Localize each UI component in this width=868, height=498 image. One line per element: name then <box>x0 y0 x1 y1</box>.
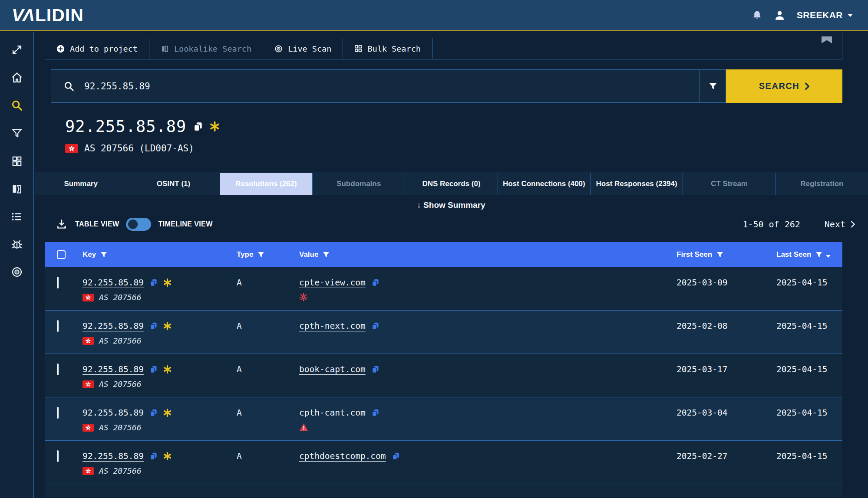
search-icon[interactable] <box>10 99 23 112</box>
sort-desc-icon[interactable] <box>826 255 831 258</box>
download-icon[interactable] <box>56 219 67 230</box>
search-filter-button[interactable] <box>700 69 726 103</box>
hk-flag-icon <box>83 294 94 301</box>
add-to-project-button[interactable]: Add to project <box>45 38 149 59</box>
table-row: 92.255.85.89 AS 207566 A book-capt.com 2… <box>45 354 842 397</box>
copy-icon[interactable] <box>371 365 380 374</box>
last-seen-filter-icon[interactable] <box>815 252 822 258</box>
tab-host-connections[interactable]: Host Connections (400) <box>498 173 591 195</box>
row-checkbox[interactable] <box>57 450 59 462</box>
key-link[interactable]: 92.255.85.89 <box>83 408 144 418</box>
results-list-icon[interactable] <box>10 210 23 223</box>
user-avatar-icon[interactable] <box>774 10 785 21</box>
col-key-label: Key <box>83 250 96 259</box>
tab-subdomains[interactable]: Subdomains <box>313 173 405 195</box>
row-asn: AS 207566 <box>99 466 142 475</box>
row-checkbox[interactable] <box>57 320 59 332</box>
scroll-to-top-icon[interactable] <box>821 36 832 44</box>
home-icon[interactable] <box>10 71 23 84</box>
copy-icon[interactable] <box>149 365 158 374</box>
key-link[interactable]: 92.255.85.89 <box>83 278 144 288</box>
tab-host-responses[interactable]: Host Responses (2394) <box>591 173 683 195</box>
view-controls-row: TABLE VIEW TIMELINE VIEW 1-50 of 262 Nex… <box>45 213 855 236</box>
copy-icon[interactable] <box>149 452 158 461</box>
copy-icon[interactable] <box>192 121 204 132</box>
filter-icon <box>708 82 718 91</box>
search-button-label: SEARCH <box>759 81 799 91</box>
row-asn: AS 207566 <box>99 293 142 302</box>
lookalike-search-button[interactable]: Lookalike Search <box>149 38 263 59</box>
next-page-button[interactable]: Next <box>825 219 855 229</box>
notifications-bell-icon[interactable] <box>752 10 762 21</box>
row-checkbox[interactable] <box>57 364 59 375</box>
record-type: A <box>231 311 292 354</box>
col-last-seen-label: Last Seen <box>776 250 811 259</box>
record-type: A <box>231 397 292 440</box>
first-seen-filter-icon[interactable] <box>716 252 723 258</box>
type-filter-icon[interactable] <box>257 252 264 258</box>
pagination: 1-50 of 262 Next <box>743 219 855 229</box>
table-view-label: TABLE VIEW <box>75 220 119 228</box>
timeline-view-label: TIMELINE VIEW <box>158 220 212 228</box>
tab-resolutions[interactable]: Resolutions (262) <box>220 173 313 195</box>
user-menu[interactable]: SREEKAR <box>797 10 853 20</box>
row-checkbox[interactable] <box>57 407 59 419</box>
chevron-right-icon <box>851 221 855 228</box>
live-scan-label: Live Scan <box>288 44 331 53</box>
lookalike-pages-icon[interactable] <box>10 182 23 195</box>
entity-heading: 92.255.85.89 <box>65 117 220 136</box>
tab-ct-stream[interactable]: CT Stream <box>683 173 776 195</box>
live-scan-target-icon[interactable] <box>10 265 23 278</box>
key-filter-icon[interactable] <box>100 252 107 258</box>
dashboard-grid-icon[interactable] <box>10 154 23 167</box>
value-filter-icon[interactable] <box>323 252 330 258</box>
validin-logo[interactable]: VΛLIDIN <box>12 5 84 26</box>
value-link[interactable]: cpthdoestcomp.com <box>299 451 386 461</box>
key-link[interactable]: 92.255.85.89 <box>83 321 144 331</box>
action-panel: Add to project Lookalike Search Live Sca… <box>45 32 842 59</box>
tab-summary[interactable]: Summary <box>35 173 127 195</box>
row-checkbox[interactable] <box>57 277 59 288</box>
tab-registration[interactable]: Registration <box>776 173 868 195</box>
col-type-label: Type <box>237 250 253 259</box>
copy-icon[interactable] <box>371 278 380 287</box>
value-link[interactable]: cpth-next.com <box>299 321 366 331</box>
value-link[interactable]: cpte-view.com <box>299 278 366 288</box>
tab-osint[interactable]: OSINT (1) <box>127 173 220 195</box>
pagination-range: 1-50 of 262 <box>743 219 800 229</box>
star-indicator-icon <box>163 452 172 460</box>
bug-report-icon[interactable] <box>10 238 23 251</box>
copy-icon[interactable] <box>371 408 380 417</box>
bulk-search-button[interactable]: Bulk Search <box>343 38 432 59</box>
live-scan-button[interactable]: Live Scan <box>263 38 343 59</box>
star-indicator-icon <box>163 365 172 374</box>
col-value-label: Value <box>299 250 318 259</box>
down-arrow-icon: ↓ <box>417 200 421 210</box>
expand-sidebar-icon[interactable] <box>10 43 23 56</box>
filter-icon[interactable] <box>10 127 23 140</box>
last-seen-date: 2025-04-15 <box>766 311 842 354</box>
search-button[interactable]: SEARCH <box>726 69 842 103</box>
copy-icon[interactable] <box>149 278 158 287</box>
search-input[interactable] <box>84 81 649 92</box>
copy-icon[interactable] <box>391 452 400 461</box>
value-link[interactable]: cpth-cant.com <box>299 408 366 418</box>
copy-icon[interactable] <box>149 408 158 417</box>
show-summary-toggle[interactable]: ↓ Show Summary <box>34 200 868 210</box>
lookalike-search-label: Lookalike Search <box>174 44 251 53</box>
view-toggle[interactable] <box>126 218 151 231</box>
toggle-knob <box>128 220 138 229</box>
action-bar: Add to project Lookalike Search Live Sca… <box>45 38 432 59</box>
value-link[interactable]: book-capt.com <box>299 364 366 374</box>
key-link[interactable]: 92.255.85.89 <box>83 451 144 461</box>
row-asn: AS 207566 <box>99 380 142 389</box>
logo-va: VΛ <box>12 5 34 26</box>
copy-icon[interactable] <box>149 321 158 331</box>
tab-dns-records[interactable]: DNS Records (0) <box>405 173 498 195</box>
logo-lidin: LIDIN <box>35 5 84 26</box>
key-link[interactable]: 92.255.85.89 <box>83 364 144 374</box>
last-seen-date: 2025-04-15 <box>766 354 842 397</box>
select-all-checkbox[interactable] <box>57 250 66 259</box>
copy-icon[interactable] <box>371 321 380 331</box>
row-asn: AS 207566 <box>99 336 142 345</box>
